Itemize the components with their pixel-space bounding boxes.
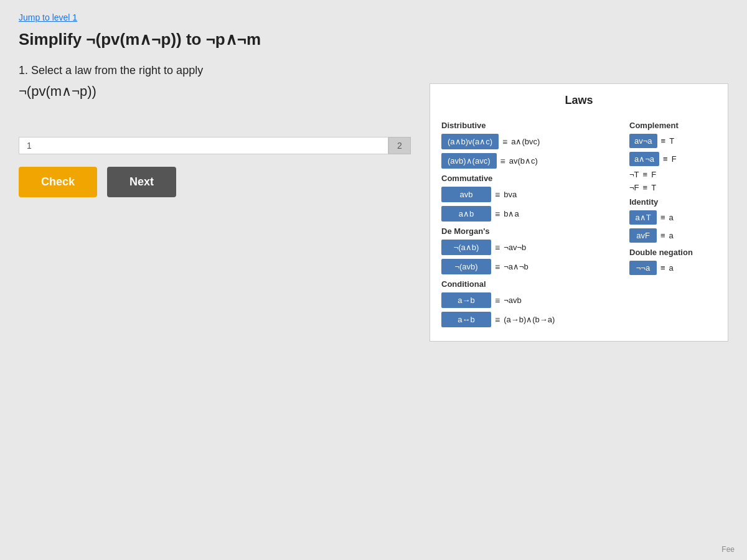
progress-bar-step1: 1 xyxy=(19,137,388,154)
problem-title: Simplify ¬(pv(m∧¬p)) to ¬p∧¬m xyxy=(19,30,728,49)
conditional-result-2: (a→b)∧(b→a) xyxy=(504,315,555,324)
demorgan-eq-2: ≡ xyxy=(495,262,500,272)
comp-box-2: a∧¬a xyxy=(629,152,659,166)
distributive-btn-2[interactable]: (avb)∧(avc) xyxy=(441,153,497,169)
double-neg-label: Double negation xyxy=(629,248,716,257)
distributive-eq-1: ≡ xyxy=(502,137,507,147)
laws-right-column: Complement av¬a ≡ T a∧¬a ≡ F ¬T ≡ F ¬ xyxy=(629,116,716,331)
identity-box-2: avF xyxy=(629,228,657,243)
commutative-eq-1: ≡ xyxy=(495,190,500,200)
demorgan-row-1: ¬(a∧b) ≡ ¬av¬b xyxy=(441,240,619,255)
complement-row-3: ¬T ≡ F xyxy=(629,170,716,179)
laws-columns: Distributive (a∧b)v(a∧c) ≡ a∧(bvc) (avb)… xyxy=(441,116,716,331)
distributive-result-2: av(b∧c) xyxy=(509,156,538,166)
demorgan-btn-1[interactable]: ¬(a∧b) xyxy=(441,240,491,255)
identity-box-1: a∧T xyxy=(629,210,657,225)
conditional-btn-1[interactable]: a→b xyxy=(441,292,491,308)
commutative-row-2: a∧b ≡ b∧a xyxy=(441,206,619,222)
demorgan-label: De Morgan's xyxy=(441,226,619,236)
commutative-row-1: avb ≡ bva xyxy=(441,187,619,202)
conditional-result-1: ¬avb xyxy=(504,296,522,305)
demorgan-btn-2[interactable]: ¬(avb) xyxy=(441,259,491,274)
complement-row-2: a∧¬a ≡ F xyxy=(629,152,716,166)
laws-panel: Laws Distributive (a∧b)v(a∧c) ≡ a∧(bvc) … xyxy=(430,83,728,342)
commutative-result-1: bva xyxy=(504,190,517,199)
check-button[interactable]: Check xyxy=(19,167,97,197)
identity-label: Identity xyxy=(629,197,716,207)
distributive-row-1: (a∧b)v(a∧c) ≡ a∧(bvc) xyxy=(441,134,619,149)
commutative-btn-2[interactable]: a∧b xyxy=(441,206,491,222)
conditional-eq-1: ≡ xyxy=(495,296,500,306)
conditional-eq-2: ≡ xyxy=(495,315,500,325)
identity-row-2: avF ≡ a xyxy=(629,228,716,243)
conditional-label: Conditional xyxy=(441,279,619,289)
main-area: ¬(pv(m∧¬p)) 1 2 Check Next Laws Distribu… xyxy=(19,83,728,342)
distributive-result-1: a∧(bvc) xyxy=(511,137,540,146)
demorgan-result-2: ¬a∧¬b xyxy=(504,262,529,271)
comp-box-1: av¬a xyxy=(629,134,657,148)
progress-step2: 2 xyxy=(388,137,411,154)
conditional-row-2: a↔b ≡ (a→b)∧(b→a) xyxy=(441,312,619,327)
complement-row-4: ¬F ≡ T xyxy=(629,183,716,192)
footer-feedback: Fee xyxy=(721,545,735,554)
complement-row-1: av¬a ≡ T xyxy=(629,134,716,148)
action-buttons: Check Next xyxy=(19,167,411,197)
demorgan-eq-1: ≡ xyxy=(495,243,500,253)
commutative-btn-1[interactable]: avb xyxy=(441,187,491,202)
left-panel: ¬(pv(m∧¬p)) 1 2 Check Next xyxy=(19,83,411,197)
distributive-row-2: (avb)∧(avc) ≡ av(b∧c) xyxy=(441,153,619,169)
progress-bar-area: 1 2 xyxy=(19,137,411,154)
identity-row-1: a∧T ≡ a xyxy=(629,210,716,225)
commutative-eq-2: ≡ xyxy=(495,209,500,219)
commutative-label: Commutative xyxy=(441,174,619,183)
demorgan-row-2: ¬(avb) ≡ ¬a∧¬b xyxy=(441,259,619,274)
conditional-row-1: a→b ≡ ¬avb xyxy=(441,292,619,308)
current-expression: ¬(pv(m∧¬p)) xyxy=(19,83,411,100)
next-button[interactable]: Next xyxy=(107,167,176,197)
complement-label: Complement xyxy=(629,121,716,130)
laws-left-column: Distributive (a∧b)v(a∧c) ≡ a∧(bvc) (avb)… xyxy=(441,116,619,331)
laws-title: Laws xyxy=(441,94,716,107)
distributive-btn-1[interactable]: (a∧b)v(a∧c) xyxy=(441,134,499,149)
distributive-label: Distributive xyxy=(441,121,619,130)
double-neg-box-1: ¬¬a xyxy=(629,261,657,275)
double-neg-row-1: ¬¬a ≡ a xyxy=(629,261,716,275)
commutative-result-2: b∧a xyxy=(504,209,519,218)
jump-to-level[interactable]: Jump to level 1 xyxy=(19,12,728,22)
step-label: 1. Select a law from the right to apply xyxy=(19,64,728,77)
demorgan-result-1: ¬av¬b xyxy=(504,243,526,252)
distributive-eq-2: ≡ xyxy=(500,156,505,166)
conditional-btn-2[interactable]: a↔b xyxy=(441,312,491,327)
